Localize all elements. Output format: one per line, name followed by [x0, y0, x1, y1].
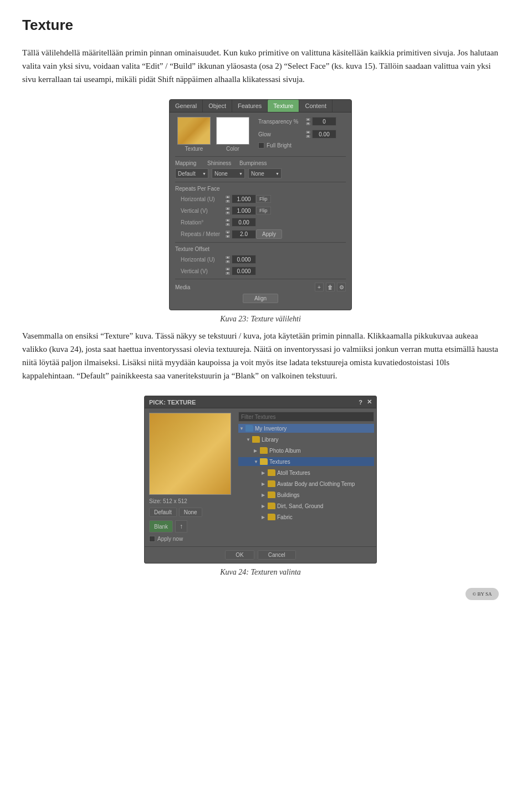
tree-item-dirt[interactable]: ▶ Dirt, Sand, Ground: [238, 501, 374, 510]
rotation-down[interactable]: ▼: [225, 223, 231, 227]
cancel-button[interactable]: Cancel: [258, 550, 296, 560]
glow-input[interactable]: ▲ ▼: [305, 130, 336, 139]
atoll-label: Atoll Textures: [277, 470, 310, 476]
vert-arrows[interactable]: ▲ ▼: [225, 207, 231, 215]
repeats-meter-field[interactable]: [232, 230, 256, 239]
vert-flip-button[interactable]: Flip: [256, 207, 271, 214]
repeats-meter-down[interactable]: ▼: [225, 234, 231, 238]
tab-general[interactable]: General: [170, 100, 203, 112]
tree-item-photo-album[interactable]: ▶ Photo Album: [238, 446, 374, 455]
apply-now-checkbox[interactable]: [149, 536, 155, 542]
cc-badge: © BY SA: [466, 588, 499, 600]
tree-item-library[interactable]: ▼ Library: [238, 435, 374, 444]
glow-label: Glow: [258, 131, 305, 137]
repeats-meter-input[interactable]: ▲ ▼: [225, 230, 256, 239]
horiz-down[interactable]: ▼: [225, 199, 231, 203]
default-button[interactable]: Default: [149, 508, 177, 517]
library-folder-icon: [252, 436, 260, 443]
rotation-field[interactable]: [232, 218, 256, 227]
color-swatch[interactable]: [216, 117, 249, 145]
swatch-row: Texture Color Transparency % ▲ ▼: [175, 117, 346, 152]
offset-vert-input[interactable]: ▲ ▼: [225, 267, 256, 275]
transparency-field[interactable]: [312, 117, 336, 126]
inventory-label: My Inventory: [255, 426, 287, 432]
offset-horiz-down[interactable]: ▼: [225, 260, 231, 264]
filter-input[interactable]: [238, 412, 374, 422]
rotation-arrows[interactable]: ▲ ▼: [225, 218, 231, 227]
horiz-arrows[interactable]: ▲ ▼: [225, 195, 231, 203]
tree-item-buildings[interactable]: ▶ Buildings: [238, 490, 374, 499]
pick-help-icon[interactable]: ?: [359, 399, 362, 406]
tab-object[interactable]: Object: [203, 100, 232, 112]
dirt-arrow-icon: ▶: [262, 504, 266, 509]
offset-vert-up[interactable]: ▲: [225, 267, 231, 271]
vert-row: Vertical (V) ▲ ▼ Flip: [175, 206, 346, 215]
fullbright-row: Full Bright: [258, 142, 336, 148]
ok-button[interactable]: OK: [225, 550, 254, 560]
transparency-arrows[interactable]: ▲ ▼: [305, 117, 311, 126]
vert-input[interactable]: ▲ ▼: [225, 206, 256, 215]
tab-texture[interactable]: Texture: [268, 100, 299, 112]
sa-icon: SA: [485, 591, 492, 597]
bumpiness-dropdown[interactable]: None: [248, 168, 282, 178]
pick-body: Size: 512 x 512 Default None Blank ↑ App…: [145, 408, 376, 546]
offset-horiz-up[interactable]: ▲: [225, 255, 231, 259]
texture-swatch-box: Texture: [177, 117, 211, 152]
size-label: Size: 512 x 512: [149, 498, 232, 504]
mapping-dropdown[interactable]: Default: [175, 168, 208, 178]
media-settings-icon[interactable]: ⚙: [337, 283, 346, 291]
horiz-up[interactable]: ▲: [225, 195, 231, 199]
offset-horiz-input[interactable]: ▲ ▼: [225, 255, 256, 264]
paragraph-1: Tällä välilehdellä määritellään primin p…: [22, 46, 499, 86]
page-title: Texture: [22, 17, 499, 34]
media-icons: + 🗑 ⚙: [315, 283, 346, 291]
vert-down[interactable]: ▼: [225, 211, 231, 215]
horiz-flip-button[interactable]: Flip: [256, 195, 271, 203]
blank-button[interactable]: Blank: [149, 520, 173, 532]
pick-right: ▼ My Inventory ▼ Library ▶ Photo Album ▼: [236, 408, 376, 546]
figure-24: PICK: TEXTURE ? ✕ Size: 512 x 512 Defaul…: [22, 396, 499, 577]
pick-titlebar: PICK: TEXTURE ? ✕: [145, 396, 376, 408]
offset-vert-down[interactable]: ▼: [225, 272, 231, 275]
tree-item-atoll[interactable]: ▶ Atoll Textures: [238, 468, 374, 477]
glow-arrows[interactable]: ▲ ▼: [305, 130, 311, 139]
tree-item-avatar[interactable]: ▶ Avatar Body and Clothing Temp: [238, 479, 374, 488]
buildings-arrow-icon: ▶: [262, 493, 266, 498]
repeats-header-row: Repeats Per Face: [175, 186, 346, 192]
transparency-input[interactable]: ▲ ▼: [305, 117, 336, 126]
offset-vert-field[interactable]: [232, 267, 256, 275]
rotation-up[interactable]: ▲: [225, 218, 231, 222]
apply-button[interactable]: Apply: [256, 229, 282, 239]
offset-horiz-field[interactable]: [232, 255, 256, 264]
glow-down[interactable]: ▼: [305, 135, 311, 139]
none-button[interactable]: None: [179, 508, 202, 517]
tab-content[interactable]: Content: [299, 100, 332, 112]
rotation-input[interactable]: ▲ ▼: [225, 218, 256, 227]
shininess-dropdown[interactable]: None: [212, 168, 245, 178]
tree-item-my-inventory[interactable]: ▼ My Inventory: [238, 424, 374, 433]
media-add-icon[interactable]: +: [315, 283, 324, 291]
transparency-up[interactable]: ▲: [305, 117, 311, 121]
tree-item-fabric[interactable]: ▶ Fabric: [238, 513, 374, 521]
align-button[interactable]: Align: [243, 294, 278, 303]
texture-swatch[interactable]: [177, 117, 211, 145]
repeats-meter-arrows[interactable]: ▲ ▼: [225, 230, 231, 238]
vert-field[interactable]: [232, 206, 256, 215]
offset-vert-arrows[interactable]: ▲ ▼: [225, 267, 231, 275]
pick-panel: PICK: TEXTURE ? ✕ Size: 512 x 512 Defaul…: [144, 396, 377, 564]
offset-horiz-arrows[interactable]: ▲ ▼: [225, 255, 231, 264]
tab-features[interactable]: Features: [232, 100, 268, 112]
transparency-down[interactable]: ▼: [305, 122, 311, 126]
pick-close-icon[interactable]: ✕: [367, 398, 372, 406]
tree-item-textures[interactable]: ▼ Textures: [238, 457, 374, 466]
repeats-meter-up[interactable]: ▲: [225, 230, 231, 234]
horiz-input[interactable]: ▲ ▼: [225, 194, 256, 203]
horiz-field[interactable]: [232, 194, 256, 203]
vert-up[interactable]: ▲: [225, 207, 231, 211]
fullbright-checkbox[interactable]: [258, 142, 264, 148]
glow-up[interactable]: ▲: [305, 130, 311, 134]
mapping-row: Mapping Shininess Bumpiness: [175, 160, 346, 166]
glow-field[interactable]: [312, 130, 336, 139]
media-delete-icon[interactable]: 🗑: [326, 283, 335, 291]
pick-upload-icon[interactable]: ↑: [175, 520, 187, 532]
